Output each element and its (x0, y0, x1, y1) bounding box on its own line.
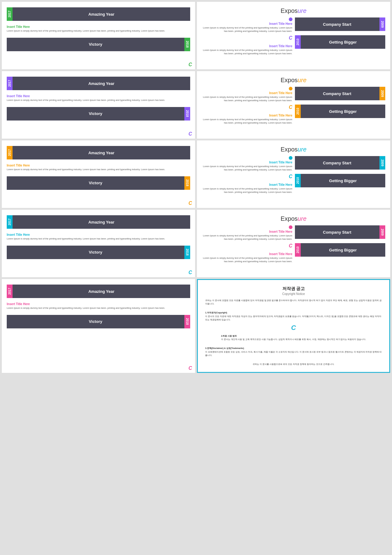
right-left-col-3: Insert Title Here Lorem Ipsum is simply … (202, 156, 292, 194)
right-content: Insert Title Here Lorem Ipsum is simply … (202, 17, 385, 55)
right-year-2009-3: 2009 (379, 156, 385, 170)
copyright-footer: 귀하는 이 문서를 사용함으로써 위의 모든 저작권 정책에 동의하는 것으로 … (253, 362, 334, 366)
body-text-3: Lorem Ipsum is simply dummy text of the … (7, 168, 190, 171)
slide-row4-right: Exposure Insert Title Here Lorem Ipsum i… (197, 210, 390, 277)
slide-row2-left: 2017 Amazing Year Insert Title Here Lore… (2, 71, 195, 139)
right-insert-title-2: Insert Title Here (269, 44, 292, 48)
right-timeline-bottom-3: 2010 Getting Bigger (295, 174, 386, 187)
right-right-col-3: Company Start 2009 2010 Getting Bigger (295, 156, 386, 194)
right-logo-c-2: C (202, 105, 292, 110)
timeline-row-top: 2017 Amazing Year (7, 7, 190, 21)
timeline-row-bottom-4: Victory 2018 (7, 246, 190, 259)
timeline-row-top-4: 2017 Amazing Year (7, 215, 190, 229)
exposure-title-4: Exposure (202, 215, 385, 222)
right-label-company-4: Company Start (295, 225, 380, 239)
right-body-5: Lorem Ipsum is simply dummy text of the … (202, 165, 292, 171)
right-year-2010-2: 2010 (295, 105, 301, 118)
right-year-2009: 2009 (379, 17, 385, 31)
right-label-company: Company Start (295, 17, 380, 31)
right-timeline-top-3: Company Start 2009 (295, 156, 386, 170)
right-label-getting-2: Getting Bigger (301, 105, 386, 118)
right-logo-c-4: C (202, 243, 292, 249)
insert-title-1: Insert Title Here (7, 25, 190, 29)
right-body-7: Lorem Ipsum is simply dummy text of the … (202, 234, 292, 241)
insert-title-5: Insert Title Here (7, 302, 190, 306)
timeline-row-bottom-3: Victory 2018 (7, 176, 190, 190)
logo-c-3: C (188, 201, 192, 206)
text-block-1: Insert Title Here Lorem Ipsum is simply … (202, 17, 292, 33)
right-logo-c-3: C (202, 174, 292, 179)
slide-row5-left: 2017 Amazing Year Insert Title Here Lore… (2, 279, 195, 373)
dot-4 (289, 225, 292, 229)
right-timeline-top-4: Company Start 2009 (295, 225, 386, 239)
timeline-row-top-3: 2017 Amazing Year (7, 146, 190, 159)
right-year-2010: 2010 (295, 35, 301, 49)
right-content-3: Insert Title Here Lorem Ipsum is simply … (202, 156, 385, 194)
right-body-1: Lorem Ipsum is simply dummy text of the … (202, 26, 292, 33)
dot-1 (289, 17, 292, 21)
year-bar-2017-3: 2017 (7, 146, 13, 159)
timeline-row-top-2: 2017 Amazing Year (7, 77, 190, 90)
label-amazing-year-5: Amazing Year (13, 285, 190, 298)
right-content-4: Insert Title Here Lorem Ipsum is simply … (202, 225, 385, 263)
right-body-3: Lorem Ipsum is simply dummy text of the … (202, 96, 292, 102)
copyright-section2: 2.허용 사용 범위이 문서는 개인적 사용 및 교육 목적으로만 사용 가능합… (221, 334, 366, 341)
year-bar-2017-5: 2017 (7, 285, 13, 298)
label-amazing-year-4: Amazing Year (13, 215, 190, 229)
label-victory-3: Victory (7, 176, 184, 190)
right-timeline-bottom: 2010 Getting Bigger (295, 35, 386, 49)
right-insert-title-6: Insert Title Here (269, 183, 292, 186)
text-block-8: Insert Title Here Lorem Ipsum is simply … (202, 252, 292, 263)
exposure-title-2: Exposure (202, 77, 385, 84)
right-logo-c: C (202, 35, 292, 41)
copyright-slide: 저작권 공고 Copyright Notice 귀하는 이 문서에 포함된 모든… (197, 279, 390, 373)
year-bar-2018-4: 2018 (184, 246, 190, 259)
right-body-4: Lorem Ipsum is simply dummy text of the … (202, 118, 292, 124)
body-text-2: Lorem Ipsum is simply dummy text of the … (7, 99, 190, 102)
slide-row3-left: 2017 Amazing Year Insert Title Here Lore… (2, 140, 195, 208)
copyright-title: 저작권 공고 (282, 286, 305, 292)
logo-c-5: C (188, 366, 192, 371)
label-victory-5: Victory (7, 315, 184, 328)
slide-row2-right: Exposure Insert Title Here Lorem Ipsum i… (197, 71, 390, 139)
right-right-col: Company Start 2009 2010 Getting Bigger (295, 17, 386, 55)
copyright-section1: 1.저작권자(Copyright)이 문서의 모든 자료에 대한 저작권은 작성… (205, 311, 382, 321)
year-bar-2018-3: 2018 (184, 176, 190, 190)
right-timeline-bottom-4: 2010 Getting Bigger (295, 243, 386, 257)
right-left-col-4: Insert Title Here Lorem Ipsum is simply … (202, 225, 292, 263)
text-section-4: Insert Title Here Lorem Ipsum is simply … (7, 233, 190, 241)
logo-c-4: C (188, 270, 192, 275)
right-body-6: Lorem Ipsum is simply dummy text of the … (202, 187, 292, 194)
text-section-3: Insert Title Here Lorem Ipsum is simply … (7, 164, 190, 171)
copyright-subtitle: Copyright Notice (282, 292, 305, 296)
main-grid: 2017 Amazing Year Insert Title Here Lore… (0, 0, 392, 375)
timeline-row-bottom-2: Victory 2018 (7, 107, 190, 121)
text-block-2: Insert Title Here Lorem Ipsum is simply … (202, 44, 292, 55)
right-timeline-bottom-2: 2010 Getting Bigger (295, 105, 386, 118)
timeline-row-bottom: Victory 2018 (7, 38, 190, 51)
dot-2 (289, 87, 292, 90)
text-block-3: Insert Title Here Lorem Ipsum is simply … (202, 87, 292, 102)
right-label-getting-4: Getting Bigger (301, 243, 386, 257)
year-bar-2018-5: 2018 (184, 315, 190, 328)
right-timeline-top-2: Company Start 2009 (295, 87, 386, 100)
right-body-2: Lorem Ipsum is simply dummy text of the … (202, 49, 292, 55)
label-victory: Victory (7, 38, 184, 51)
label-amazing-year: Amazing Year (13, 7, 190, 21)
body-text-4: Lorem Ipsum is simply dummy text of the … (7, 237, 190, 241)
dot-3 (289, 156, 292, 160)
label-amazing-year-2: Amazing Year (13, 77, 190, 90)
slide-row4-left: 2017 Amazing Year Insert Title Here Lore… (2, 210, 195, 277)
right-label-company-2: Company Start (295, 87, 380, 100)
right-insert-title-4: Insert Title Here (269, 114, 292, 117)
right-left-col-2: Insert Title Here Lorem Ipsum is simply … (202, 87, 292, 124)
text-section-1: Insert Title Here Lorem Ipsum is simply … (7, 25, 190, 33)
copyright-body-intro: 귀하는 이 문서에 포함된 모든 자료를 사용함에 있어 저작권법 및 관련 법… (205, 299, 382, 305)
right-timeline-top: Company Start 2009 (295, 17, 386, 31)
exposure-title-3: Exposure (202, 146, 385, 153)
right-insert-title-7: Insert Title Here (269, 230, 292, 233)
copyright-section3: 3.면책(Disclaimer) & 상표(Trademarks)이 프레젠테이… (205, 346, 382, 357)
text-section-2: Insert Title Here Lorem Ipsum is simply … (7, 94, 190, 102)
year-bar-2018-2: 2018 (184, 107, 190, 121)
text-block-5: Insert Title Here Lorem Ipsum is simply … (202, 156, 292, 171)
